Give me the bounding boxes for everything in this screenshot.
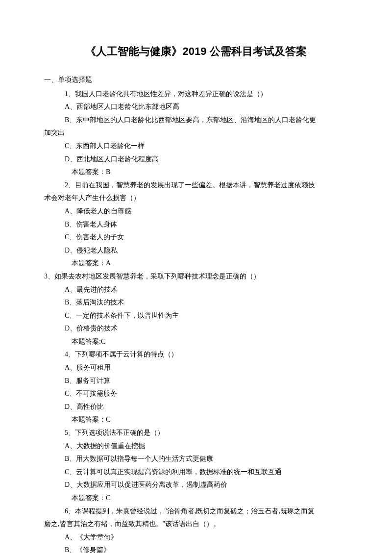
document-title: 《人工智能与健康》2019 公需科目考试及答案 bbox=[44, 44, 348, 59]
q2-option-a: A、降低老人的自尊感 bbox=[44, 205, 348, 218]
q1-option-d: D、西北地区人口老龄化程度高 bbox=[44, 153, 348, 166]
q4-num: 4、 bbox=[65, 351, 75, 358]
q1-option-c: C、东西部人口老龄化一样 bbox=[44, 140, 348, 153]
question-4: 4、下列哪项不属于云计算的特点（） bbox=[44, 348, 348, 361]
question-1: 1、我国人口老龄化具有地区性差异，对这种差异正确的说法是（） bbox=[44, 88, 348, 101]
q2-text: 目前在我国，智慧养老的发展出现了一些偏差。根据本讲，智慧养老过度依赖技 bbox=[75, 181, 315, 189]
q6-option-b: B、《修身篇》 bbox=[44, 544, 348, 555]
q6-option-a: A、《大学章句》 bbox=[44, 531, 348, 544]
q2-option-d: D、侵犯老人隐私 bbox=[44, 244, 348, 257]
q1-option-a: A、西部地区人口老龄化比东部地区高 bbox=[44, 101, 348, 114]
q4-answer: 本题答案：C bbox=[44, 413, 348, 427]
q3-answer: 本题答案:C bbox=[44, 335, 348, 349]
q3-option-b: B、落后淘汰的技术 bbox=[44, 296, 348, 309]
q5-option-a: A、大数据的价值重在挖掘 bbox=[44, 440, 348, 453]
q2-continuation: 术会对老年人产生什么损害（） bbox=[44, 192, 348, 205]
q3-text: 如果去农村地区发展智慧养老，采取下列哪种技术理念是正确的（） bbox=[54, 273, 260, 280]
q3-num: 3、 bbox=[44, 273, 54, 280]
question-2: 2、目前在我国，智慧养老的发展出现了一些偏差。根据本讲，智慧养老过度依赖技 bbox=[44, 179, 348, 192]
q3-option-c: C、一定的技术条件下，以普世性为主 bbox=[44, 309, 348, 323]
q2-num: 2、 bbox=[65, 181, 75, 189]
question-5: 5、下列选项说法不正确的是（） bbox=[44, 427, 348, 440]
question-3: 3、如果去农村地区发展智慧养老，采取下列哪种技术理念是正确的（） bbox=[44, 270, 348, 283]
q2-answer: 本题答案：A bbox=[44, 257, 348, 270]
q3-option-a: A、最先进的技术 bbox=[44, 283, 348, 297]
q4-option-a: A、服务可租用 bbox=[44, 361, 348, 375]
q1-answer: 本题答案：B bbox=[44, 166, 348, 179]
q2-option-c: C、伤害老人的子女 bbox=[44, 231, 348, 244]
q3-option-d: D、价格贵的技术 bbox=[44, 322, 348, 335]
q5-option-b: B、用大数据可以指导每一个人的生活方式更健康 bbox=[44, 453, 348, 466]
q4-text: 下列哪项不属于云计算的特点（） bbox=[75, 351, 178, 358]
q5-text: 下列选项说法不正确的是（） bbox=[75, 429, 164, 436]
q4-option-c: C、不可按需服务 bbox=[44, 387, 348, 401]
q6-text: 本课程提到，朱熹曾经说过，"治骨角者,既切之而复磋之；治玉石者,既琢之而复 bbox=[75, 507, 315, 515]
q5-answer: 本题答案：C bbox=[44, 492, 348, 505]
q1-num: 1、 bbox=[65, 90, 75, 98]
q6-continuation: 磨之,皆言其治之有绪，而益致其精也。"该话语出自（）。 bbox=[44, 518, 348, 531]
q1-continuation: 加突出 bbox=[44, 126, 348, 140]
q1-text: 我国人口老龄化具有地区性差异，对这种差异正确的说法是（） bbox=[75, 90, 267, 98]
q5-option-c: C、云计算可以真正实现提高资源的利用率，数据标准的统一和互联互通 bbox=[44, 466, 348, 479]
q5-num: 5、 bbox=[65, 429, 75, 436]
q2-option-b: B、伤害老人身体 bbox=[44, 218, 348, 231]
section-header: 一、单项选择题 bbox=[44, 74, 348, 87]
question-6: 6、本课程提到，朱熹曾经说过，"治骨角者,既切之而复磋之；治玉石者,既琢之而复 bbox=[44, 505, 348, 518]
q4-option-b: B、服务可计算 bbox=[44, 375, 348, 388]
q4-option-d: D、高性价比 bbox=[44, 401, 348, 414]
q1-option-b: B、东中部地区的人口老龄化比西部地区要高，东部地区、沿海地区的人口老龄化更 bbox=[44, 114, 348, 127]
q5-option-d: D、大数据应用可以促进医药分离改革，遏制虚高药价 bbox=[44, 479, 348, 492]
q6-num: 6、 bbox=[65, 507, 75, 515]
